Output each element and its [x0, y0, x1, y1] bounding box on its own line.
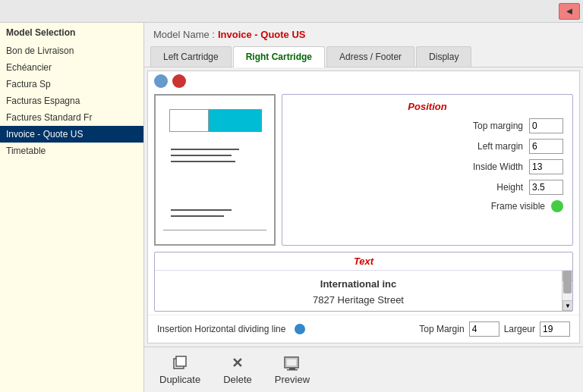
- sidebar-item-timetable[interactable]: Timetable: [0, 143, 143, 159]
- text-section: Text International inc 7827 Heritage Str…: [154, 252, 573, 312]
- largeur-label: Largeur: [504, 324, 535, 334]
- scrollbar[interactable]: ▲ ▼: [562, 271, 572, 311]
- left-margin-input[interactable]: [529, 139, 563, 154]
- delete-button[interactable]: ✕ Delete: [223, 355, 252, 385]
- text-content: International inc 7827 Heritage Street B…: [155, 271, 562, 311]
- model-name-bar: Model Name : Invoice - Quote US: [144, 23, 583, 46]
- preview-bottom-lines: [171, 209, 232, 221]
- preview-white-box: [169, 109, 209, 132]
- svg-rect-4: [289, 368, 295, 369]
- main-layout: Model Selection Bon de Livraison Echéanc…: [0, 23, 583, 392]
- height-input[interactable]: [529, 180, 563, 195]
- preview-bottom-line-2: [171, 215, 224, 217]
- insertion-row: Insertion Horizontal dividing line Top M…: [148, 315, 579, 343]
- model-name-value: Invoice - Quote US: [218, 29, 306, 40]
- inside-width-input[interactable]: [529, 159, 563, 174]
- preview-line-1: [171, 149, 239, 150]
- frame-visible-label: Frame visible: [292, 201, 545, 212]
- height-label: Height: [292, 182, 523, 193]
- margin-group: Top Margin Largeur: [419, 321, 570, 337]
- preview-hr: [163, 230, 266, 230]
- field-row-height: Height: [292, 180, 563, 195]
- preview-bottom-line-1: [171, 209, 232, 211]
- close-icon: ◄: [565, 5, 575, 17]
- field-row-left-margin: Left margin: [292, 139, 563, 154]
- blue-icon[interactable]: [154, 74, 168, 88]
- delete-label: Delete: [223, 374, 252, 385]
- red-icon[interactable]: [172, 74, 186, 88]
- text-section-title: Text: [155, 252, 572, 271]
- position-title: Position: [292, 101, 563, 112]
- left-margin-label: Left margin: [292, 141, 523, 152]
- content-area: Model Name : Invoice - Quote US Left Car…: [144, 23, 583, 347]
- sidebar-item-bon-de-livraison[interactable]: Bon de Livraison: [0, 42, 143, 59]
- preview-button[interactable]: Preview: [275, 355, 310, 385]
- text-line-1: 7827 Heritage Street: [164, 293, 553, 309]
- sidebar-item-facturas-espagna[interactable]: Facturas Espagna: [0, 93, 143, 109]
- icons-row: [148, 71, 579, 91]
- insertion-dot[interactable]: [295, 324, 305, 334]
- tab-address-footer[interactable]: Adress / Footer: [326, 46, 414, 67]
- top-margin-label: Top Margin: [419, 324, 464, 334]
- sidebar: Model Selection Bon de Livraison Echéanc…: [0, 23, 144, 392]
- tab-display[interactable]: Display: [416, 46, 471, 67]
- top-marging-label: Top marging: [292, 121, 523, 131]
- frame-visible-dot[interactable]: [551, 200, 563, 212]
- preview-icon: [282, 355, 302, 372]
- field-row-inside-width: Inside Width: [292, 159, 563, 174]
- sidebar-item-factura-sp[interactable]: Factura Sp: [0, 76, 143, 93]
- duplicate-icon: [170, 355, 190, 372]
- preview-cyan-bar: [209, 109, 262, 132]
- svg-rect-5: [287, 369, 298, 371]
- position-panel: Position Top marging Left margin Inside …: [282, 94, 573, 246]
- sidebar-item-echeancier[interactable]: Echéancier: [0, 59, 143, 76]
- duplicate-button[interactable]: Duplicate: [159, 355, 200, 385]
- delete-icon: ✕: [228, 355, 247, 372]
- sidebar-item-factures-standard-fr[interactable]: Factures Standard Fr: [0, 109, 143, 126]
- duplicate-label: Duplicate: [159, 374, 200, 385]
- bottom-toolbar: Duplicate ✕ Delete Preview: [144, 347, 583, 392]
- svg-rect-1: [176, 356, 186, 366]
- preview-box: [154, 94, 276, 246]
- close-button[interactable]: ◄: [559, 3, 580, 20]
- top-bar: ◄: [0, 0, 583, 23]
- preview-label: Preview: [275, 374, 310, 385]
- inside-width-label: Inside Width: [292, 162, 523, 172]
- field-row-frame-visible: Frame visible: [292, 200, 563, 212]
- preview-lines: [171, 149, 239, 167]
- sidebar-item-invoice-quote-us[interactable]: Invoice - Quote US: [0, 126, 143, 143]
- text-content-wrap: International inc 7827 Heritage Street B…: [155, 271, 572, 311]
- preview-line-3: [171, 161, 235, 162]
- sidebar-title: Model Selection: [0, 23, 143, 42]
- top-margin-input[interactable]: [469, 321, 499, 337]
- tab-right-cartridge[interactable]: Right Cartridge: [233, 46, 325, 67]
- text-line-0: International inc: [164, 277, 553, 293]
- text-line-2: Brooklyn, NY 11208: [164, 309, 553, 311]
- insertion-label: Insertion Horizontal dividing line: [157, 324, 285, 334]
- largeur-input[interactable]: [540, 321, 570, 337]
- model-name-label: Model Name :: [153, 29, 215, 40]
- tabs-container: Left Cartridge Right Cartridge Adress / …: [144, 46, 583, 67]
- scrollbar-thumb[interactable]: [563, 271, 572, 293]
- preview-line-2: [171, 155, 232, 156]
- inner-content: Position Top marging Left margin Inside …: [147, 71, 580, 343]
- svg-rect-3: [286, 359, 297, 366]
- two-col-section: Position Top marging Left margin Inside …: [148, 91, 579, 249]
- field-row-top-marging: Top marging: [292, 118, 563, 133]
- scroll-down[interactable]: ▼: [563, 300, 572, 311]
- tab-left-cartridge[interactable]: Left Cartridge: [150, 46, 232, 67]
- top-marging-input[interactable]: [529, 118, 563, 133]
